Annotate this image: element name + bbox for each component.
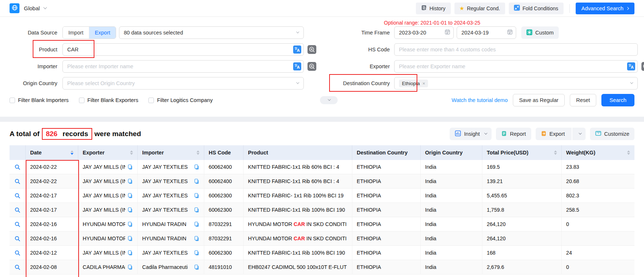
chevron-down-icon[interactable] (43, 6, 47, 9)
custom-range-button[interactable]: Custom (521, 26, 559, 39)
row-detail-cell (10, 217, 26, 231)
cell-date: 2024-02-16 (26, 217, 78, 231)
product-input[interactable] (62, 43, 304, 56)
filter-logitics-company-checkbox[interactable]: Filter Logitics Company (148, 97, 213, 103)
column-header-exporter[interactable]: Exporter (78, 145, 138, 160)
column-header-date[interactable]: Date (26, 145, 78, 160)
column-header-importer[interactable]: Importer (138, 145, 204, 160)
collapse-conditions-pill[interactable] (320, 96, 338, 104)
sort-control[interactable] (68, 150, 73, 155)
copy-icon[interactable] (125, 164, 133, 170)
magnifier-icon[interactable] (14, 193, 21, 199)
filter-blank-importers-checkbox[interactable]: Filter Blank Importers (10, 97, 69, 103)
sort-control[interactable] (624, 150, 630, 155)
copy-icon[interactable] (125, 236, 133, 241)
column-label: Product (248, 150, 268, 156)
customize-icon (595, 130, 601, 138)
cell-total-price: 139.21 (482, 174, 562, 188)
copy-icon[interactable] (192, 193, 199, 198)
column-header-weight[interactable]: Weight(KG) (562, 145, 634, 160)
copy-icon[interactable] (192, 250, 199, 256)
sort-control[interactable] (127, 150, 133, 155)
copy-icon[interactable] (192, 207, 199, 213)
copy-icon[interactable] (125, 193, 133, 198)
save-as-regular-button[interactable]: Save as Regular (513, 94, 565, 106)
cell-importer: JAY JAY TEXTILES (138, 189, 204, 203)
insight-button[interactable]: Insight (450, 128, 492, 140)
magnifier-icon[interactable] (14, 221, 21, 227)
copy-icon[interactable] (192, 236, 199, 241)
export-button[interactable]: Export (536, 128, 586, 140)
copy-icon[interactable] (192, 164, 199, 170)
app-logo[interactable] (10, 3, 19, 13)
sort-control[interactable] (194, 150, 199, 155)
sort-control[interactable] (551, 150, 557, 155)
cell-date: 2024-02-22 (26, 160, 78, 174)
search-button[interactable]: Search (601, 94, 634, 106)
svg-text:A: A (631, 65, 634, 69)
history-button[interactable]: History (416, 3, 451, 14)
search-form: Optional range: 2021-01-01 to 2024-03-25… (0, 17, 644, 113)
tab-export[interactable]: Export (89, 27, 116, 39)
translate-icon[interactable]: A (293, 45, 301, 54)
copy-icon[interactable] (125, 207, 133, 213)
tab-import[interactable]: Import (63, 27, 89, 39)
cell-product: KNITTED FABRIC-1x1 Rib 100% BCI 190 (244, 203, 352, 217)
regular-cond-button[interactable]: ★ Regular Cond. (454, 3, 506, 14)
customize-button[interactable]: Customize (590, 128, 635, 140)
sort-asc-caret[interactable] (554, 150, 557, 152)
copy-icon[interactable] (125, 222, 133, 227)
magnifier-icon[interactable] (14, 207, 21, 213)
copy-icon[interactable] (192, 265, 199, 270)
magnifier-icon[interactable] (14, 164, 21, 170)
exact-match-icon[interactable] (641, 62, 644, 71)
copy-icon[interactable] (125, 265, 133, 270)
magnifier-icon[interactable] (14, 178, 21, 185)
sort-desc-caret[interactable] (197, 153, 199, 155)
cell-origin-country: India (421, 203, 482, 217)
calendar-icon[interactable] (507, 29, 513, 36)
data-sources-select[interactable]: 80 data sources selected (119, 26, 304, 39)
copy-icon[interactable] (192, 222, 199, 227)
sort-desc-caret[interactable] (554, 153, 557, 155)
remove-tag-icon[interactable]: × (422, 81, 425, 86)
report-button[interactable]: Report (496, 128, 531, 140)
importer-input[interactable] (62, 60, 304, 73)
sort-desc-caret[interactable] (627, 153, 630, 155)
filter-blank-exporters-checkbox[interactable]: Filter Blank Exporters (79, 97, 138, 103)
export-dropdown-caret[interactable] (572, 128, 586, 140)
sort-asc-caret[interactable] (130, 150, 133, 152)
column-header-hs_code: HS Code (204, 145, 244, 160)
advanced-search-button[interactable]: Advanced Search (576, 3, 634, 14)
translate-icon[interactable]: A (293, 62, 301, 70)
magnifier-icon[interactable] (14, 236, 21, 242)
magnifier-icon[interactable] (14, 250, 21, 256)
reset-button[interactable]: Reset (570, 94, 596, 106)
copy-icon[interactable] (125, 250, 133, 256)
sort-desc-caret[interactable] (130, 153, 133, 155)
copy-icon[interactable] (125, 179, 133, 184)
insight-icon (455, 130, 461, 138)
sort-desc-caret[interactable] (71, 153, 73, 155)
origin-country-select[interactable]: Please select Origin Country (62, 77, 304, 90)
magnifier-icon[interactable] (14, 264, 21, 270)
region-selector[interactable]: Global (24, 5, 40, 11)
date-to-field[interactable]: 2024-03-19 (457, 26, 516, 39)
column-label: Origin Country (425, 150, 463, 156)
date-from-field[interactable]: 2023-03-20 (394, 26, 454, 39)
copy-icon[interactable] (192, 179, 199, 184)
translate-icon[interactable]: A (627, 62, 635, 70)
sort-asc-caret[interactable] (71, 150, 73, 152)
sort-asc-caret[interactable] (627, 150, 630, 152)
column-header-total_price[interactable]: Total Price(USD) (482, 145, 562, 160)
hs-code-input[interactable] (394, 43, 638, 56)
exact-match-icon[interactable] (307, 62, 316, 71)
fold-conditions-button[interactable]: Fold Conditions (509, 3, 563, 14)
destination-country-select[interactable]: Ethiopia × (394, 77, 638, 90)
sort-asc-caret[interactable] (197, 150, 199, 152)
exporter-input[interactable] (394, 60, 638, 73)
calendar-icon[interactable] (445, 29, 450, 36)
exact-match-icon[interactable] (307, 45, 316, 54)
cell-origin-country: India (421, 189, 482, 203)
tutorial-link[interactable]: Watch the tutorial demo (451, 97, 508, 103)
